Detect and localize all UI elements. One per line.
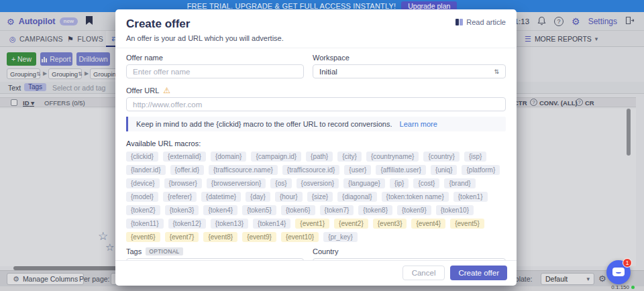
macro-chip[interactable]: {token14} <box>253 219 290 229</box>
macro-chip[interactable]: {platform} <box>462 165 500 175</box>
macro-chip[interactable]: {token:token name} <box>382 192 449 202</box>
updown-icon: ⇅ <box>494 68 499 75</box>
modal-header: Create offer An offer is your ad URL whi… <box>115 9 517 48</box>
macro-list: {clickid}{externalid}{domain}{campaign.i… <box>126 152 506 242</box>
macro-chip[interactable]: {token5} <box>242 205 276 215</box>
macro-chip[interactable]: {osversion} <box>297 178 339 188</box>
macro-chip[interactable]: {event2} <box>334 219 368 229</box>
macro-chip[interactable]: {event10} <box>281 232 319 242</box>
clickid-note-text: Keep in mind to add the {clickid} macro … <box>136 120 392 128</box>
macro-chip[interactable]: {diagonal} <box>337 192 377 202</box>
macro-chip[interactable]: {token12} <box>168 219 206 229</box>
create-offer-modal: Create offer An offer is your ad URL whi… <box>115 9 517 286</box>
macro-chip[interactable]: {datetime} <box>201 192 241 202</box>
macro-chip[interactable]: {token3} <box>165 205 199 215</box>
macro-chip[interactable]: {event7} <box>165 232 199 242</box>
read-article-label: Read article <box>466 18 506 26</box>
macro-chip[interactable]: {model} <box>126 192 158 202</box>
modal-subtitle: An offer is your ad URL which you will a… <box>126 34 506 42</box>
macro-chip[interactable]: {browser} <box>164 178 202 188</box>
offer-url-input[interactable] <box>126 97 506 111</box>
macro-chip[interactable]: {campaign.id} <box>251 152 301 162</box>
macro-chip[interactable]: {trafficsource.name} <box>209 165 278 175</box>
optional-badge: OPTIONAL <box>146 247 182 255</box>
macro-chip[interactable]: {brand} <box>444 178 475 188</box>
macro-chip[interactable]: {token13} <box>211 219 248 229</box>
macro-chip[interactable]: {event5} <box>450 219 484 229</box>
chat-icon <box>612 268 625 276</box>
macro-chip[interactable]: {path} <box>306 152 333 162</box>
macro-chip[interactable]: {cost} <box>413 178 439 188</box>
macro-chip[interactable]: {affiliate.user} <box>376 165 425 175</box>
macro-chip[interactable]: {uniq} <box>431 165 458 175</box>
macro-chip[interactable]: {token7} <box>320 205 354 215</box>
macro-chip[interactable]: {language} <box>343 178 385 188</box>
macro-chip[interactable]: {device} <box>126 178 160 188</box>
offer-url-label: Offer URL ⚠ <box>126 86 506 95</box>
macro-chip[interactable]: {clickid} <box>126 152 158 162</box>
macro-chip[interactable]: {token9} <box>397 205 431 215</box>
macro-chip[interactable]: {city} <box>337 152 362 162</box>
offer-name-input[interactable] <box>126 64 304 78</box>
macro-chip[interactable]: {browserversion} <box>207 178 266 188</box>
modal-body: Offer name Workspace Initial ⇅ Offer URL… <box>115 48 517 260</box>
macro-chip[interactable]: {event9} <box>242 232 276 242</box>
book-icon <box>455 19 463 25</box>
macro-chip[interactable]: {token10} <box>436 205 474 215</box>
read-article-link[interactable]: Read article <box>455 18 506 26</box>
macro-chip[interactable]: {ip} <box>390 178 409 188</box>
macros-label: Available URL macros: <box>126 139 506 148</box>
macro-chip[interactable]: {token4} <box>203 205 237 215</box>
macro-chip[interactable]: {trafficsource.id} <box>282 165 340 175</box>
macro-chip[interactable]: {token8} <box>358 205 392 215</box>
macro-chip[interactable]: {event4} <box>411 219 445 229</box>
macro-chip[interactable]: {token1} <box>453 192 488 202</box>
workspace-value: Initial <box>319 68 337 76</box>
modal-title: Create offer <box>126 17 506 31</box>
macro-chip[interactable]: {countryname} <box>366 152 419 162</box>
chat-notification-badge: 1 <box>623 258 632 268</box>
macro-chip[interactable]: {token11} <box>126 219 164 229</box>
create-offer-button[interactable]: Create offer <box>450 266 507 280</box>
warning-icon: ⚠ <box>163 87 170 95</box>
macro-chip[interactable]: {referer} <box>163 192 197 202</box>
status-dot <box>631 286 635 289</box>
cancel-button[interactable]: Cancel <box>402 266 445 280</box>
macro-chip[interactable]: {token6} <box>281 205 315 215</box>
learn-more-link[interactable]: Learn more <box>400 120 437 128</box>
modal-footer: Cancel Create offer <box>115 260 517 286</box>
country-label: Country <box>313 247 506 255</box>
macro-chip[interactable]: {event6} <box>126 232 160 242</box>
workspace-select[interactable]: Initial ⇅ <box>313 64 506 78</box>
workspace-label: Workspace <box>313 54 506 62</box>
macro-chip[interactable]: {event8} <box>203 232 237 242</box>
macro-chip[interactable]: {event1} <box>295 219 329 229</box>
macro-chip[interactable]: {day} <box>246 192 270 202</box>
offer-name-label: Offer name <box>126 54 304 62</box>
macro-chip[interactable]: {isp} <box>464 152 486 162</box>
macro-chip[interactable]: {size} <box>307 192 333 202</box>
clickid-note: Keep in mind to add the {clickid} macro … <box>126 117 506 131</box>
macro-chip[interactable]: {externalid} <box>163 152 206 162</box>
macro-chip[interactable]: {domain} <box>211 152 246 162</box>
macro-chip[interactable]: {event3} <box>373 219 407 229</box>
macro-chip[interactable]: {token2} <box>126 205 160 215</box>
tags-label: Tags OPTIONAL <box>126 247 304 255</box>
macro-chip[interactable]: {country} <box>423 152 459 162</box>
version-number: 0.1.150 <box>611 284 629 290</box>
macro-chip[interactable]: {lander.id} <box>126 165 166 175</box>
macro-chip[interactable]: {user} <box>344 165 371 175</box>
macro-chip[interactable]: {offer.id} <box>170 165 205 175</box>
macro-chip[interactable]: {hour} <box>275 192 303 202</box>
macro-chip[interactable]: {pr_key} <box>323 232 358 242</box>
macro-chip[interactable]: {os} <box>270 178 291 188</box>
